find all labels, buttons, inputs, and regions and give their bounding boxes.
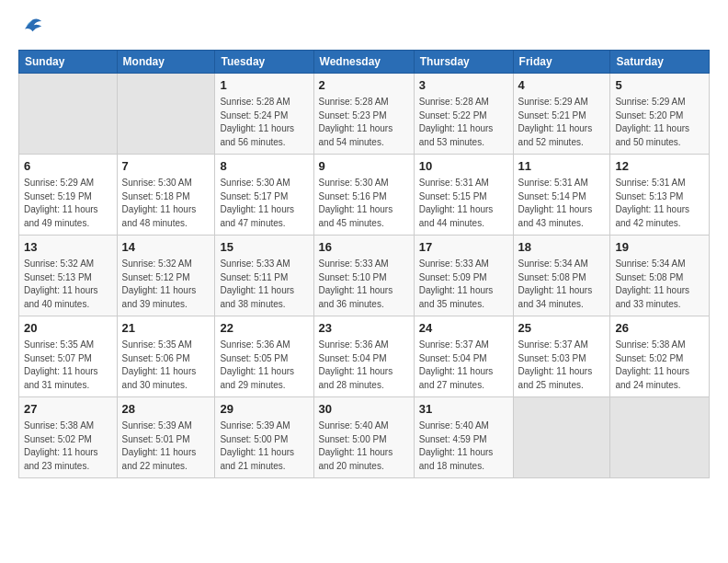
day-info: Sunrise: 5:36 AMSunset: 5:04 PMDaylight:… — [319, 339, 409, 392]
calendar-cell: 29Sunrise: 5:39 AMSunset: 5:00 PMDayligh… — [215, 397, 313, 478]
day-info: Sunrise: 5:28 AMSunset: 5:24 PMDaylight:… — [220, 96, 308, 149]
day-number: 13 — [24, 239, 112, 256]
calendar-week-row: 13Sunrise: 5:32 AMSunset: 5:13 PMDayligh… — [19, 236, 710, 316]
day-number: 25 — [518, 320, 606, 337]
calendar-cell: 17Sunrise: 5:33 AMSunset: 5:09 PMDayligh… — [414, 236, 513, 316]
day-info: Sunrise: 5:33 AMSunset: 5:09 PMDaylight:… — [419, 258, 508, 311]
weekday-header-sunday: Sunday — [19, 51, 118, 74]
day-info: Sunrise: 5:34 AMSunset: 5:08 PMDaylight:… — [615, 258, 704, 311]
calendar-week-row: 20Sunrise: 5:35 AMSunset: 5:07 PMDayligh… — [19, 316, 710, 397]
header — [18, 15, 710, 40]
calendar-cell: 28Sunrise: 5:39 AMSunset: 5:01 PMDayligh… — [117, 397, 215, 478]
calendar-cell: 26Sunrise: 5:38 AMSunset: 5:02 PMDayligh… — [610, 316, 710, 397]
weekday-header-row: SundayMondayTuesdayWednesdayThursdayFrid… — [19, 51, 710, 74]
day-number: 28 — [122, 401, 210, 418]
day-info: Sunrise: 5:34 AMSunset: 5:08 PMDaylight:… — [518, 258, 606, 311]
day-number: 2 — [319, 77, 409, 94]
day-number: 6 — [24, 158, 112, 175]
day-number: 19 — [615, 239, 704, 256]
day-info: Sunrise: 5:33 AMSunset: 5:10 PMDaylight:… — [319, 258, 409, 311]
day-info: Sunrise: 5:39 AMSunset: 5:00 PMDaylight:… — [220, 419, 308, 473]
calendar-table: SundayMondayTuesdayWednesdayThursdayFrid… — [18, 50, 710, 478]
day-number: 29 — [220, 401, 308, 418]
calendar-cell: 18Sunrise: 5:34 AMSunset: 5:08 PMDayligh… — [513, 236, 610, 316]
calendar-cell: 1Sunrise: 5:28 AMSunset: 5:24 PMDaylight… — [215, 74, 313, 155]
calendar-cell: 15Sunrise: 5:33 AMSunset: 5:11 PMDayligh… — [215, 236, 313, 316]
day-info: Sunrise: 5:29 AMSunset: 5:21 PMDaylight:… — [518, 96, 606, 149]
day-info: Sunrise: 5:38 AMSunset: 5:02 PMDaylight:… — [24, 419, 112, 473]
day-info: Sunrise: 5:33 AMSunset: 5:11 PMDaylight:… — [220, 258, 308, 311]
day-info: Sunrise: 5:28 AMSunset: 5:23 PMDaylight:… — [319, 96, 409, 149]
calendar-cell: 10Sunrise: 5:31 AMSunset: 5:15 PMDayligh… — [414, 155, 513, 236]
calendar-week-row: 1Sunrise: 5:28 AMSunset: 5:24 PMDaylight… — [19, 74, 710, 155]
day-number: 23 — [319, 320, 409, 337]
day-number: 18 — [518, 239, 606, 256]
calendar-week-row: 27Sunrise: 5:38 AMSunset: 5:02 PMDayligh… — [19, 397, 710, 478]
day-info: Sunrise: 5:29 AMSunset: 5:20 PMDaylight:… — [615, 96, 704, 149]
day-number: 21 — [122, 320, 210, 337]
weekday-header-thursday: Thursday — [414, 51, 513, 74]
calendar-cell: 24Sunrise: 5:37 AMSunset: 5:04 PMDayligh… — [414, 316, 513, 397]
calendar-cell: 19Sunrise: 5:34 AMSunset: 5:08 PMDayligh… — [610, 236, 710, 316]
day-info: Sunrise: 5:35 AMSunset: 5:07 PMDaylight:… — [24, 339, 112, 392]
day-number: 17 — [419, 239, 508, 256]
day-info: Sunrise: 5:40 AMSunset: 5:00 PMDaylight:… — [319, 419, 409, 473]
day-number: 1 — [220, 77, 308, 94]
day-info: Sunrise: 5:31 AMSunset: 5:15 PMDaylight:… — [419, 177, 508, 230]
calendar-cell: 23Sunrise: 5:36 AMSunset: 5:04 PMDayligh… — [313, 316, 414, 397]
day-info: Sunrise: 5:36 AMSunset: 5:05 PMDaylight:… — [220, 339, 308, 392]
day-number: 3 — [419, 77, 508, 94]
day-number: 5 — [615, 77, 704, 94]
calendar-cell: 14Sunrise: 5:32 AMSunset: 5:12 PMDayligh… — [117, 236, 215, 316]
calendar-cell: 8Sunrise: 5:30 AMSunset: 5:17 PMDaylight… — [215, 155, 313, 236]
calendar-cell: 6Sunrise: 5:29 AMSunset: 5:19 PMDaylight… — [19, 155, 118, 236]
calendar-cell — [19, 74, 118, 155]
day-number: 11 — [518, 158, 606, 175]
day-number: 15 — [220, 239, 308, 256]
day-number: 4 — [518, 77, 606, 94]
day-number: 20 — [24, 320, 112, 337]
calendar-cell — [610, 397, 710, 478]
page: SundayMondayTuesdayWednesdayThursdayFrid… — [0, 0, 728, 563]
calendar-cell: 16Sunrise: 5:33 AMSunset: 5:10 PMDayligh… — [313, 236, 414, 316]
weekday-header-friday: Friday — [513, 51, 610, 74]
day-info: Sunrise: 5:30 AMSunset: 5:16 PMDaylight:… — [319, 177, 409, 230]
calendar-cell: 3Sunrise: 5:28 AMSunset: 5:22 PMDaylight… — [414, 74, 513, 155]
logo — [18, 15, 48, 40]
day-number: 10 — [419, 158, 508, 175]
calendar-cell: 30Sunrise: 5:40 AMSunset: 5:00 PMDayligh… — [313, 397, 414, 478]
logo-icon — [18, 15, 44, 40]
day-info: Sunrise: 5:37 AMSunset: 5:03 PMDaylight:… — [518, 339, 606, 392]
calendar-cell: 20Sunrise: 5:35 AMSunset: 5:07 PMDayligh… — [19, 316, 118, 397]
day-number: 26 — [615, 320, 704, 337]
day-info: Sunrise: 5:31 AMSunset: 5:14 PMDaylight:… — [518, 177, 606, 230]
calendar-cell: 22Sunrise: 5:36 AMSunset: 5:05 PMDayligh… — [215, 316, 313, 397]
calendar-cell: 5Sunrise: 5:29 AMSunset: 5:20 PMDaylight… — [610, 74, 710, 155]
calendar-cell: 11Sunrise: 5:31 AMSunset: 5:14 PMDayligh… — [513, 155, 610, 236]
day-number: 9 — [319, 158, 409, 175]
day-info: Sunrise: 5:32 AMSunset: 5:12 PMDaylight:… — [122, 258, 210, 311]
day-number: 30 — [319, 401, 409, 418]
day-info: Sunrise: 5:28 AMSunset: 5:22 PMDaylight:… — [419, 96, 508, 149]
calendar-cell: 4Sunrise: 5:29 AMSunset: 5:21 PMDaylight… — [513, 74, 610, 155]
day-info: Sunrise: 5:32 AMSunset: 5:13 PMDaylight:… — [24, 258, 112, 311]
day-number: 12 — [615, 158, 704, 175]
weekday-header-tuesday: Tuesday — [215, 51, 313, 74]
calendar-cell — [117, 74, 215, 155]
day-number: 22 — [220, 320, 308, 337]
day-number: 27 — [24, 401, 112, 418]
calendar-cell: 13Sunrise: 5:32 AMSunset: 5:13 PMDayligh… — [19, 236, 118, 316]
day-info: Sunrise: 5:40 AMSunset: 4:59 PMDaylight:… — [419, 419, 508, 473]
calendar-cell: 27Sunrise: 5:38 AMSunset: 5:02 PMDayligh… — [19, 397, 118, 478]
day-number: 16 — [319, 239, 409, 256]
weekday-header-wednesday: Wednesday — [313, 51, 414, 74]
calendar-cell: 2Sunrise: 5:28 AMSunset: 5:23 PMDaylight… — [313, 74, 414, 155]
calendar-cell: 9Sunrise: 5:30 AMSunset: 5:16 PMDaylight… — [313, 155, 414, 236]
day-number: 14 — [122, 239, 210, 256]
calendar-cell — [513, 397, 610, 478]
calendar-cell: 21Sunrise: 5:35 AMSunset: 5:06 PMDayligh… — [117, 316, 215, 397]
calendar-cell: 7Sunrise: 5:30 AMSunset: 5:18 PMDaylight… — [117, 155, 215, 236]
calendar-week-row: 6Sunrise: 5:29 AMSunset: 5:19 PMDaylight… — [19, 155, 710, 236]
day-number: 31 — [419, 401, 508, 418]
day-number: 8 — [220, 158, 308, 175]
